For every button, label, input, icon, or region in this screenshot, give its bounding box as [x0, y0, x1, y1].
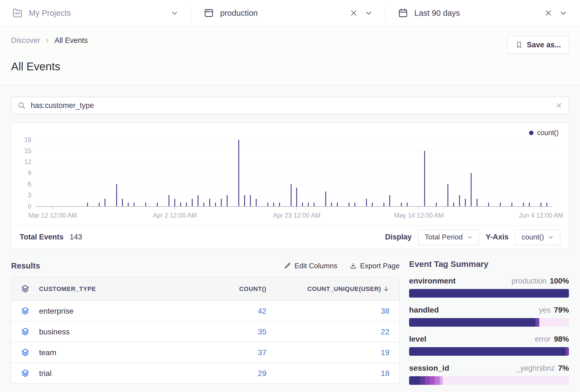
chart-bar: [256, 199, 256, 206]
breadcrumb-discover-link[interactable]: Discover: [11, 36, 40, 45]
row-unique-link[interactable]: 18: [266, 369, 399, 378]
chart-bar: [331, 203, 332, 206]
layers-icon: [20, 369, 30, 378]
row-count-link[interactable]: 29: [183, 369, 266, 378]
chart-bar: [250, 195, 251, 206]
total-events-value: 143: [70, 233, 82, 241]
display-select-value: Total Period: [425, 233, 463, 241]
search-input[interactable]: has:customer_type: [31, 101, 550, 110]
edit-columns-button[interactable]: Edit Columns: [284, 262, 337, 270]
environment-filter[interactable]: production: [191, 0, 385, 26]
tag-distribution-bar[interactable]: [409, 289, 569, 298]
chart-bar: [436, 203, 437, 206]
yaxis-select-value: count(): [522, 233, 544, 241]
column-header-count[interactable]: COUNT(): [183, 285, 266, 293]
pencil-icon: [284, 262, 291, 269]
tag-bar-segment: [409, 318, 535, 327]
chart-plot[interactable]: 0 3 6 9 12 15 18: [35, 140, 553, 207]
row-count-link[interactable]: 42: [183, 307, 266, 316]
chevron-right-icon: [44, 37, 51, 44]
display-select[interactable]: Total Period: [418, 229, 479, 245]
chart-bar: [355, 203, 355, 206]
search-bar[interactable]: has:customer_type: [11, 97, 569, 114]
environment-clear-icon[interactable]: [349, 9, 358, 17]
x-tickmark: [296, 207, 297, 209]
column-header-customer-type[interactable]: CUSTOMER_TYPE: [39, 285, 183, 293]
environment-chevron-down-icon[interactable]: [364, 9, 373, 17]
chart-bar: [227, 195, 227, 206]
yaxis-select[interactable]: count(): [515, 229, 560, 245]
row-unique-link[interactable]: 22: [266, 327, 399, 336]
chart-bar: [453, 203, 454, 206]
row-customer-type: team: [39, 348, 183, 357]
breadcrumb-current: All Events: [55, 36, 88, 45]
chart-bar: [209, 199, 210, 206]
chart-bar: [116, 184, 117, 206]
row-unique-link[interactable]: 38: [266, 307, 399, 316]
save-as-button[interactable]: Save as...: [507, 36, 569, 54]
x-tick-label: May 14 12:00 AM: [394, 212, 444, 219]
chart-bar: [477, 199, 478, 206]
layers-icon: [20, 284, 30, 294]
tag-bar-segment: [425, 376, 430, 385]
tag-bar-segment: [435, 376, 439, 385]
bookmark-icon: [515, 41, 523, 49]
daterange-clear-icon[interactable]: [544, 9, 553, 17]
chart-bar: [273, 203, 274, 206]
tag-percent: 7%: [558, 364, 569, 373]
tag-bar-segment: [420, 376, 425, 385]
project-selector[interactable]: My Projects: [0, 0, 191, 26]
export-page-label: Export Page: [360, 262, 400, 270]
tag-summary-heading: Event Tag Summary: [409, 259, 569, 269]
column-header-count-unique[interactable]: COUNT_UNIQUE(USER): [266, 285, 399, 293]
tag-top-value: production: [512, 277, 546, 285]
tag-distribution-bar[interactable]: [409, 318, 569, 327]
x-axis-labels: Mar 12 12:00 AM Apr 2 12:00 AM Apr 23 12…: [35, 212, 553, 222]
chart-bar: [279, 203, 280, 206]
row-count-link[interactable]: 37: [183, 348, 266, 357]
tag-bar-segment: [443, 376, 569, 385]
row-unique-link[interactable]: 19: [266, 348, 399, 357]
tag-label: session_id: [409, 364, 449, 373]
daterange-chevron-down-icon[interactable]: [559, 9, 568, 17]
x-tick-label: Mar 12 12:00 AM: [28, 212, 77, 219]
chart-bar: [87, 203, 88, 206]
chart-bar: [448, 184, 448, 206]
table-header-row: CUSTOMER_TYPE COUNT() COUNT_UNIQUE(USER): [11, 277, 399, 301]
tag-bar-segment: [539, 318, 569, 327]
chart-bar: [244, 195, 245, 206]
tag-distribution-bar[interactable]: [409, 376, 569, 385]
chart-bar: [180, 203, 181, 206]
row-count-link[interactable]: 35: [183, 327, 266, 336]
tag-top-value: _yeghrsbnz: [516, 364, 555, 373]
y-tick: 18: [24, 136, 31, 144]
chart-bar: [546, 203, 547, 206]
tag-bar-segment: [535, 318, 539, 327]
chart-bar: [465, 199, 466, 206]
sort-descending-icon: [383, 286, 389, 292]
projects-icon: [12, 8, 23, 18]
table-row[interactable]: enterprise 42 38: [11, 301, 399, 322]
event-tag-summary: Event Tag Summary environment production…: [409, 259, 569, 392]
chart-bar: [488, 203, 489, 206]
chart-bar: [372, 203, 373, 206]
export-page-button[interactable]: Export Page: [350, 262, 400, 270]
gridline: [35, 151, 553, 151]
chart-bar: [104, 199, 105, 206]
project-selector-label: My Projects: [29, 9, 71, 18]
chart-bar: [407, 203, 408, 206]
project-chevron-down-icon[interactable]: [170, 9, 179, 17]
chart-bar: [366, 199, 367, 206]
save-as-label: Save as...: [527, 41, 561, 49]
table-row[interactable]: trial 29 18: [11, 363, 399, 383]
chart-footer: Total Events 143 Display Total Period Y-…: [11, 225, 569, 249]
table-row[interactable]: team 37 19: [11, 342, 399, 363]
page-header: Discover All Events Save as... All Event…: [0, 26, 580, 85]
tag-distribution-bar[interactable]: [409, 347, 569, 356]
daterange-filter[interactable]: Last 90 days: [386, 0, 580, 26]
search-clear-icon[interactable]: [555, 102, 563, 109]
chart-bar: [238, 140, 239, 206]
table-row[interactable]: business 35 22: [11, 322, 399, 342]
tag-label: environment: [409, 277, 456, 285]
window-icon: [204, 8, 214, 18]
